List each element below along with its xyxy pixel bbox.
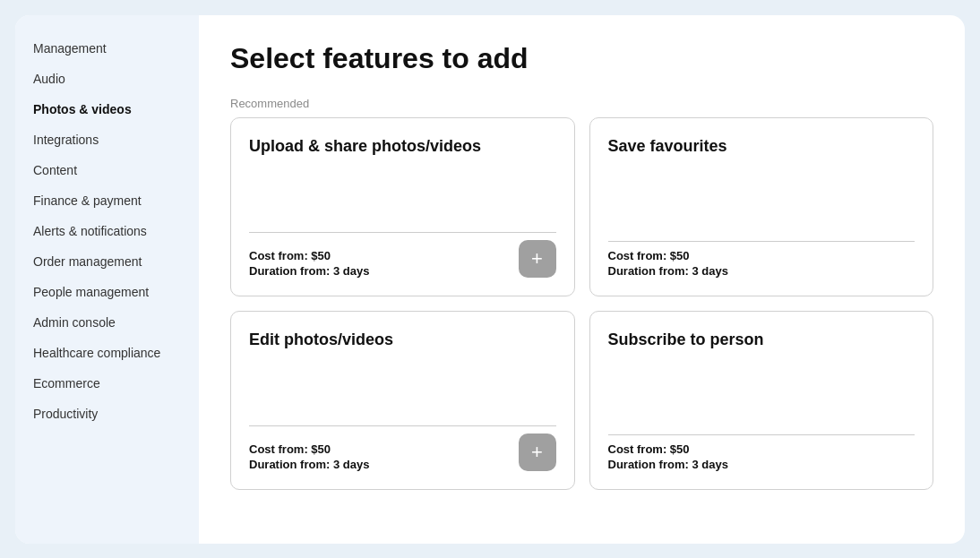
sidebar-item-healthcare-compliance[interactable]: Healthcare compliance	[15, 338, 199, 368]
feature-card-subscribe-to-person: Subscribe to person Cost from: $50 Durat…	[589, 311, 934, 490]
duration-line: Duration from: 3 days	[608, 458, 728, 471]
cost-line: Cost from: $50	[608, 442, 728, 456]
duration-line: Duration from: 3 days	[608, 264, 728, 278]
cost-line: Cost from: $50	[608, 249, 728, 262]
card-body-save-favourites	[608, 167, 916, 232]
sidebar-item-ecommerce[interactable]: Ecommerce	[15, 368, 199, 399]
sidebar-item-content[interactable]: Content	[15, 155, 199, 185]
sidebar-item-order-management[interactable]: Order management	[15, 246, 199, 277]
card-divider	[249, 232, 556, 233]
sidebar-item-photos-videos[interactable]: Photos & videos	[15, 94, 199, 124]
card-body-subscribe-to-person	[608, 361, 916, 425]
sidebar-item-admin-console[interactable]: Admin console	[15, 307, 199, 338]
feature-card-upload-share: Upload & share photos/videos Cost from: …	[230, 117, 575, 296]
card-title-save-favourites: Save favourites	[608, 136, 916, 157]
sidebar-item-audio[interactable]: Audio	[15, 64, 199, 94]
card-divider	[608, 434, 916, 435]
card-title-edit-photos-videos: Edit photos/videos	[249, 330, 556, 350]
card-footer-save-favourites: Cost from: $50 Duration from: 3 days	[608, 249, 916, 278]
add-button-edit-photos-videos[interactable]: +	[519, 434, 556, 471]
card-pricing-upload-share: Cost from: $50 Duration from: 3 days	[249, 249, 369, 278]
cost-line: Cost from: $50	[249, 249, 369, 262]
cost-line: Cost from: $50	[249, 442, 369, 456]
page-title: Select features to add	[230, 42, 933, 75]
card-pricing-subscribe-to-person: Cost from: $50 Duration from: 3 days	[608, 442, 728, 471]
recommended-label: Recommended	[230, 97, 933, 110]
card-pricing-edit-photos-videos: Cost from: $50 Duration from: 3 days	[249, 442, 369, 471]
card-title-subscribe-to-person: Subscribe to person	[608, 330, 916, 350]
app-container: Management Audio Photos & videos Integra…	[15, 15, 965, 544]
card-body-edit-photos-videos	[249, 361, 556, 416]
duration-line: Duration from: 3 days	[249, 264, 369, 278]
sidebar-item-integrations[interactable]: Integrations	[15, 124, 199, 155]
card-body-upload-share	[249, 167, 556, 223]
feature-card-edit-photos-videos: Edit photos/videos Cost from: $50 Durati…	[230, 311, 575, 490]
add-button-upload-share[interactable]: +	[519, 240, 556, 278]
sidebar-item-management[interactable]: Management	[15, 33, 199, 64]
cards-grid: Upload & share photos/videos Cost from: …	[230, 117, 933, 490]
card-footer-edit-photos-videos: Cost from: $50 Duration from: 3 days +	[249, 434, 556, 471]
sidebar: Management Audio Photos & videos Integra…	[15, 15, 199, 544]
card-divider	[249, 425, 556, 426]
card-footer-upload-share: Cost from: $50 Duration from: 3 days +	[249, 240, 556, 278]
card-divider	[608, 241, 916, 242]
main-content: Select features to add Recommended Uploa…	[199, 15, 965, 544]
sidebar-item-finance-payment[interactable]: Finance & payment	[15, 185, 199, 216]
feature-card-save-favourites: Save favourites Cost from: $50 Duration …	[589, 117, 934, 296]
card-pricing-save-favourites: Cost from: $50 Duration from: 3 days	[608, 249, 728, 278]
sidebar-item-productivity[interactable]: Productivity	[15, 399, 199, 429]
sidebar-item-people-management[interactable]: People management	[15, 277, 199, 307]
card-title-upload-share: Upload & share photos/videos	[249, 136, 556, 157]
card-footer-subscribe-to-person: Cost from: $50 Duration from: 3 days	[608, 442, 916, 471]
duration-line: Duration from: 3 days	[249, 458, 369, 471]
sidebar-item-alerts-notifications[interactable]: Alerts & notifications	[15, 216, 199, 246]
